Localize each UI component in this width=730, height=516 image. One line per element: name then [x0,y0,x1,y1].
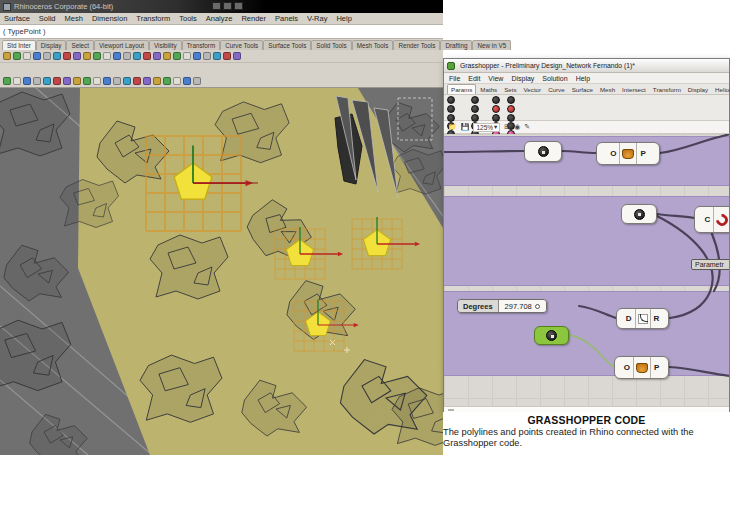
gh-tab-heliotrope[interactable]: Heliotrope [712,85,730,94]
maximize-icon[interactable] [223,2,232,10]
rhino-tab-select[interactable]: Select [66,40,94,50]
param-component-icon[interactable] [492,96,500,104]
preview-eye-icon[interactable]: ◉ [514,122,520,132]
gh-menu-view[interactable]: View [488,75,503,82]
rhino-menu-analyze[interactable]: Analyze [206,14,233,23]
sketch-pen-icon[interactable]: ✎ [524,122,530,132]
component-c-clipped[interactable]: C [694,206,729,233]
gh-tab-sets[interactable]: Sets [501,85,519,94]
minimize-icon[interactable] [212,2,221,10]
rhino-menu-mesh[interactable]: Mesh [65,14,83,23]
gh-tab-vector[interactable]: Vector [521,85,545,94]
gh-tab-curve[interactable]: Curve [545,85,568,94]
toolbar-icon[interactable] [193,52,201,60]
toolbar-icon[interactable] [43,52,51,60]
toolbar-icon[interactable] [183,77,191,85]
rhino-menu-transform[interactable]: Transform [136,14,170,23]
rhino-tab-render-tools[interactable]: Render Tools [393,40,440,50]
grasshopper-canvas[interactable]: O P C Parametr Degrees 297.708 D [444,134,729,406]
rhino-menu-tools[interactable]: Tools [179,14,197,23]
toolbar-icon[interactable] [33,77,41,85]
rhino-tab-std-inter[interactable]: Std Inter [2,40,36,50]
toolbar-icon[interactable] [13,52,21,60]
toolbar-icon[interactable] [223,52,231,60]
toolbar-icon[interactable] [193,77,201,85]
toolbar-icon[interactable] [213,52,221,60]
toolbar-icon[interactable] [23,52,31,60]
toolbar-icon[interactable] [133,77,141,85]
gh-tab-surface[interactable]: Surface [569,85,596,94]
toolbar-icon[interactable] [3,77,11,85]
open-file-icon[interactable]: 📁 [448,122,457,132]
param-component-icon[interactable] [492,105,500,113]
param-component-icon[interactable] [492,114,500,122]
rhino-menu-solid[interactable]: Solid [39,14,56,23]
toolbar-icon[interactable] [123,52,131,60]
toolbar-icon[interactable] [93,77,101,85]
toolbar-icon[interactable] [53,52,61,60]
param-component-icon[interactable] [471,96,479,104]
param-component-icon[interactable] [447,105,455,113]
param-component-icon[interactable] [507,114,515,122]
rhino-tab-drafting[interactable]: Drafting [440,40,472,50]
toolbar-icon[interactable] [93,52,101,60]
rhino-viewport-canvas[interactable] [0,88,443,455]
toolbar-icon[interactable] [83,52,91,60]
toolbar-icon[interactable] [83,77,91,85]
group-label[interactable]: Parametr [691,259,729,270]
rhino-menu-surface[interactable]: Surface [4,14,30,23]
toolbar-icon[interactable] [143,77,151,85]
rhino-tab-transform[interactable]: Transform [182,40,220,50]
toolbar-icon[interactable] [153,77,161,85]
param-container-top[interactable] [524,141,562,162]
param-component-icon[interactable] [447,96,455,104]
toolbar-icon[interactable] [103,77,111,85]
toolbar-icon[interactable] [133,52,141,60]
save-file-icon[interactable]: 💾 [461,122,470,132]
gh-menu-solution[interactable]: Solution [542,75,567,82]
component-op-bottom[interactable]: O P [614,356,669,379]
param-component-icon[interactable] [471,105,479,113]
toolbar-icon[interactable] [183,52,191,60]
rhino-menu-panels[interactable]: Panels [275,14,298,23]
slider-value-track[interactable]: 297.708 [499,300,546,312]
toolbar-icon[interactable] [153,52,161,60]
gh-tab-display[interactable]: Display [685,85,711,94]
rhino-tab-curve-tools[interactable]: Curve Tools [220,40,263,50]
toolbar-icon[interactable] [73,52,81,60]
toolbar-icon[interactable] [163,77,171,85]
param-component-icon[interactable] [471,114,479,122]
number-slider[interactable]: Degrees 297.708 [457,299,547,313]
gh-menu-help[interactable]: Help [576,75,590,82]
toolbar-icon[interactable] [73,77,81,85]
canvas-group-region-middle[interactable] [444,196,729,286]
gh-menu-display[interactable]: Display [511,75,534,82]
toolbar-icon[interactable] [53,77,61,85]
zoom-dropdown[interactable]: 125% ▾ [473,123,500,132]
rhino-menu-render[interactable]: Render [241,14,266,23]
gh-tab-maths[interactable]: Maths [477,85,500,94]
rhino-menu-help[interactable]: Help [336,14,351,23]
param-container-selected[interactable] [534,326,569,345]
gh-tab-intersect[interactable]: Intersect [619,85,649,94]
toolbar-icon[interactable] [23,77,31,85]
rhino-tab-solid-tools[interactable]: Solid Tools [311,40,351,50]
slider-grip[interactable] [535,304,540,309]
rhino-menu-dimension[interactable]: Dimension [92,14,127,23]
rhino-tab-visibility[interactable]: Visibility [149,40,182,50]
close-icon[interactable] [234,2,243,10]
toolbar-icon[interactable] [63,52,71,60]
toolbar-icon[interactable] [3,52,11,60]
toolbar-icon[interactable] [33,52,41,60]
toolbar-icon[interactable] [143,52,151,60]
grasshopper-titlebar[interactable]: Grasshopper - Preliminary Design_Network… [444,59,729,73]
param-component-icon[interactable] [507,96,515,104]
gh-tab-params[interactable]: Params [447,84,476,94]
toolbar-icon[interactable] [103,52,111,60]
canvas-group-region-top[interactable] [444,136,729,186]
rhino-titlebar[interactable]: Rhinoceros Corporate (64-bit) [0,0,443,13]
rhino-tab-surface-tools[interactable]: Surface Tools [263,40,311,50]
toolbar-icon[interactable] [173,52,181,60]
param-component-icon[interactable] [447,114,455,122]
rhino-tab-mesh-tools[interactable]: Mesh Tools [352,40,394,50]
